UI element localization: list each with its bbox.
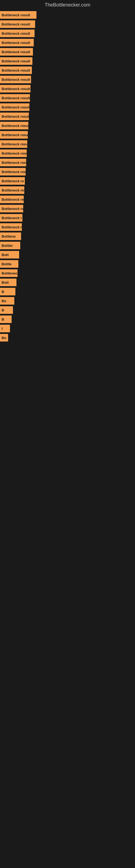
bar-3: Bottleneck result xyxy=(0,39,34,46)
bar-label-7: Bottleneck result xyxy=(2,78,30,82)
bar-0: Bottleneck result xyxy=(0,11,37,19)
bar-row: Bott xyxy=(0,279,135,286)
bar-19: Bottleneck resu xyxy=(0,186,24,194)
bar-label-27: Bottle xyxy=(2,262,12,266)
bar-14: Bottleneck result xyxy=(0,140,27,148)
bar-30: B xyxy=(0,288,15,296)
bar-row: Bottleneck result xyxy=(0,48,135,56)
bar-23: Bottleneck resu xyxy=(0,223,22,231)
bar-label-17: Bottleneck resu xyxy=(2,170,26,174)
bar-label-29: Bott xyxy=(2,280,9,284)
bar-label-10: Bottleneck result xyxy=(2,105,30,109)
bar-row: Bottleneck result xyxy=(0,30,135,37)
bar-16: Bottleneck result xyxy=(0,159,26,166)
bar-9: Bottleneck result xyxy=(0,94,30,102)
bar-row: Bottlenec xyxy=(0,269,135,277)
bar-2: Bottleneck result xyxy=(0,30,35,37)
bar-27: Bottle xyxy=(0,260,18,268)
bar-label-6: Bottleneck result xyxy=(2,68,30,72)
bar-row: Bottleneck result xyxy=(0,94,135,102)
bar-row: B xyxy=(0,315,135,323)
bar-label-1: Bottleneck result xyxy=(2,22,30,26)
bar-4: Bottleneck result xyxy=(0,48,33,56)
bar-25: Bottler xyxy=(0,242,20,249)
bar-label-25: Bottler xyxy=(2,244,13,248)
bar-32: B xyxy=(0,306,13,314)
bar-31: Bo xyxy=(0,297,14,305)
bar-7: Bottleneck result xyxy=(0,76,31,83)
bar-row: Bottleneck result xyxy=(0,66,135,74)
bar-12: Bottleneck result xyxy=(0,122,28,129)
bar-34: I xyxy=(0,325,10,332)
bar-label-13: Bottleneck result xyxy=(2,133,28,137)
bar-label-8: Bottleneck result xyxy=(2,87,30,91)
bar-label-5: Bottleneck result xyxy=(2,59,30,63)
bar-label-18: Bottleneck re xyxy=(2,179,24,183)
bar-label-12: Bottleneck result xyxy=(2,124,28,128)
bar-label-9: Bottleneck result xyxy=(2,96,30,100)
bars-container: Bottleneck resultBottleneck resultBottle… xyxy=(0,11,135,348)
bar-row: Bottleneck result xyxy=(0,122,135,129)
bar-row: Bottleneck result xyxy=(0,57,135,65)
bar-label-2: Bottleneck result xyxy=(2,31,30,35)
bar-35: Bo xyxy=(0,334,8,341)
bar-row: Bottleneck result xyxy=(0,103,135,111)
bar-33: B xyxy=(0,315,12,323)
bar-row: B xyxy=(0,288,135,296)
bar-row: Bottle xyxy=(0,260,135,268)
bar-row: Bottleneck resu xyxy=(0,168,135,176)
bar-20: Bottleneck res xyxy=(0,195,24,203)
bar-row: Bottler xyxy=(0,242,135,249)
bar-28: Bottlenec xyxy=(0,269,17,277)
bar-label-3: Bottleneck result xyxy=(2,41,30,45)
bar-row: Bottleneck result xyxy=(0,39,135,46)
bar-11: Bottleneck result xyxy=(0,113,29,120)
bar-row: Bottleneck resu xyxy=(0,186,135,194)
bar-13: Bottleneck result xyxy=(0,131,28,138)
bar-18: Bottleneck re xyxy=(0,177,25,185)
bar-row: Bo xyxy=(0,334,135,341)
bar-row: Bottlene xyxy=(0,232,135,240)
bar-label-4: Bottleneck result xyxy=(2,50,30,54)
bar-row: Bottleneck result xyxy=(0,150,135,157)
bar-label-15: Bottleneck result xyxy=(2,151,27,155)
bar-6: Bottleneck result xyxy=(0,66,32,74)
bar-8: Bottleneck result xyxy=(0,85,31,93)
bar-row: Bottleneck r xyxy=(0,214,135,222)
bar-row: Bottleneck result xyxy=(0,76,135,83)
bar-label-11: Bottleneck result xyxy=(2,115,29,119)
bar-label-24: Bottlene xyxy=(2,235,16,239)
bar-row: Bottleneck result xyxy=(0,11,135,19)
bar-label-22: Bottleneck r xyxy=(2,216,22,220)
bar-22: Bottleneck r xyxy=(0,214,22,222)
bar-label-16: Bottleneck result xyxy=(2,161,26,165)
bar-row: Bottleneck result xyxy=(0,159,135,166)
bar-5: Bottleneck result xyxy=(0,57,32,65)
bar-29: Bott xyxy=(0,279,16,286)
bar-row: I xyxy=(0,325,135,332)
bar-label-23: Bottleneck resu xyxy=(2,225,22,229)
bar-row: Bottleneck re xyxy=(0,177,135,185)
bar-label-35: Bo xyxy=(2,336,6,340)
bar-label-20: Bottleneck res xyxy=(2,197,24,202)
bar-label-32: B xyxy=(2,308,4,312)
bar-label-28: Bottlenec xyxy=(2,271,17,275)
bar-21: Bottleneck result xyxy=(0,205,23,212)
bar-label-33: B xyxy=(2,317,4,321)
bar-row: Bottleneck result xyxy=(0,140,135,148)
bar-row: Bottleneck result xyxy=(0,131,135,138)
bar-row: Bottleneck res xyxy=(0,195,135,203)
bar-label-0: Bottleneck result xyxy=(2,13,30,17)
bar-17: Bottleneck resu xyxy=(0,168,26,176)
bar-row: Bottleneck result xyxy=(0,85,135,93)
bar-row: Bottleneck result xyxy=(0,20,135,28)
bar-row: Bottleneck result xyxy=(0,205,135,212)
bar-label-21: Bottleneck result xyxy=(2,207,23,211)
bar-15: Bottleneck result xyxy=(0,150,27,157)
bar-24: Bottlene xyxy=(0,232,21,240)
bar-label-19: Bottleneck resu xyxy=(2,188,24,192)
bar-label-14: Bottleneck result xyxy=(2,142,27,146)
bar-label-26: Bott xyxy=(2,253,9,257)
bar-26: Bott xyxy=(0,251,19,258)
bar-row: Bottleneck result xyxy=(0,113,135,120)
